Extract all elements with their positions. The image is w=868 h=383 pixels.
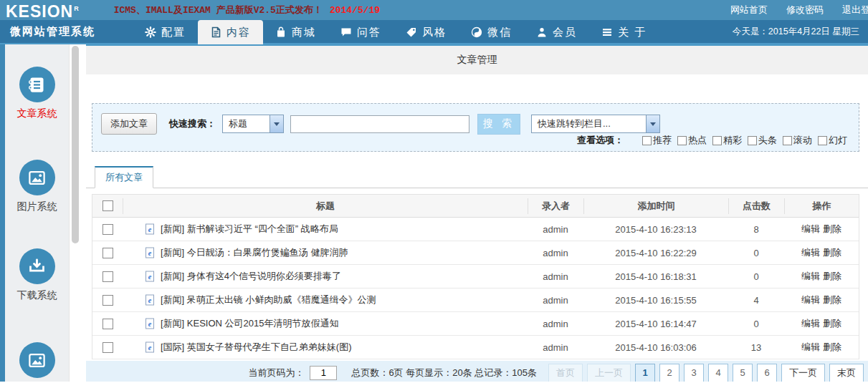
article-title-link[interactable]: [新闻] 身体有这4个信号说明你必须要排毒了 <box>161 270 341 283</box>
app-window: KESIONR ICMS、IMALL及IEXAM 产品新版V2.5正式发布！ 2… <box>0 0 868 383</box>
page-button-5[interactable]: 5 <box>733 364 753 382</box>
person-icon <box>536 26 548 38</box>
article-icon <box>19 67 55 102</box>
page-button-1[interactable]: 1 <box>635 364 655 382</box>
current-page-label: 当前页码为： <box>248 367 304 379</box>
scrollbar-thumb[interactable] <box>72 46 79 243</box>
option-scrolling[interactable]: 滚动 <box>783 134 812 147</box>
option-slideshow[interactable]: 幻灯 <box>818 134 847 147</box>
link-site-home[interactable]: 网站首页 <box>730 4 768 16</box>
edit-link[interactable]: 编辑 <box>801 341 820 352</box>
scrolling-checkbox[interactable] <box>783 136 792 145</box>
sidebar-item-articles[interactable]: 文章系统 <box>5 67 69 120</box>
nav-label: 内容 <box>226 26 251 39</box>
category-jump-value: 快速跳转到栏目... <box>532 115 646 132</box>
tab-bar: 所有文章 <box>86 166 868 188</box>
header-actions: 操作 <box>784 198 859 214</box>
nav-item-config[interactable]: 配置 <box>133 20 198 44</box>
page-button-6[interactable]: 6 <box>757 364 777 382</box>
row-checkbox[interactable] <box>102 295 113 306</box>
row-clicks: 4 <box>728 295 784 306</box>
option-headline[interactable]: 头条 <box>748 134 777 147</box>
category-jump-select[interactable]: 快速跳转到栏目... <box>531 115 660 133</box>
content-area: 文章管理 添加文章 快速搜索： 标题 搜 索 快速跳转到栏目... <box>86 44 868 382</box>
search-button[interactable]: 搜 索 <box>477 114 520 135</box>
view-options-label: 查看选项： <box>577 134 624 147</box>
sidebar-item-downloads[interactable]: 下载系统 <box>5 248 69 302</box>
delete-link[interactable]: 删除 <box>823 341 841 352</box>
link-change-password[interactable]: 修改密码 <box>786 4 824 16</box>
nav-label: 风格 <box>422 26 447 39</box>
nav-item-qa[interactable]: 问答 <box>328 20 394 44</box>
edit-link[interactable]: 编辑 <box>801 271 820 281</box>
delete-link[interactable]: 删除 <box>823 223 841 234</box>
delete-link[interactable]: 删除 <box>823 271 841 281</box>
sidebar-label: 文章系统 <box>5 107 69 120</box>
table-row: e[新闻] 今日靓汤：白果腐竹煲鳊鱼汤 健脾润肺 admin 2015-4-10… <box>92 241 859 265</box>
nav-item-about[interactable]: 关 于 <box>589 20 659 44</box>
page-button-4[interactable]: 4 <box>708 364 728 382</box>
quick-search-label: 快速搜索： <box>169 117 216 130</box>
nav-item-wechat[interactable]: 微信 <box>459 20 524 44</box>
article-page-icon: e <box>144 294 156 306</box>
edit-link[interactable]: 编辑 <box>801 294 820 305</box>
slideshow-checkbox[interactable] <box>818 136 827 145</box>
article-title-link[interactable]: [新闻] 呆萌正太出镜 小鲜肉助威《猎魔通缉令》公测 <box>161 294 376 306</box>
nav-label: 配置 <box>161 26 186 39</box>
option-hot[interactable]: 热点 <box>677 134 707 147</box>
delete-link[interactable]: 删除 <box>823 318 841 329</box>
page-number-input[interactable] <box>310 366 337 380</box>
page-title-bar: 文章管理 <box>86 46 868 74</box>
table-row: e[新闻] 新书解读习近平 “四个全面” 战略布局 admin 2015-4-1… <box>92 218 859 241</box>
edit-link[interactable]: 编辑 <box>801 247 820 258</box>
row-checkbox[interactable] <box>102 224 113 235</box>
kesion-logo: KESIONR <box>6 0 80 20</box>
sidebar-scrollbar[interactable] <box>69 44 86 382</box>
yinyang-icon <box>471 26 482 38</box>
edit-link[interactable]: 编辑 <box>801 318 820 329</box>
nav-item-content[interactable]: 内容 <box>198 20 263 44</box>
navbar: 微网站管理系统 配置 内容 商城 问答 风格 <box>0 20 868 44</box>
page-button-3[interactable]: 3 <box>684 364 704 382</box>
hot-checkbox[interactable] <box>677 136 687 145</box>
prev-page-button[interactable]: 上一页 <box>587 364 631 382</box>
nav-item-members[interactable]: 会员 <box>524 20 589 44</box>
search-field-select[interactable]: 标题 <box>222 115 284 133</box>
row-clicks: 0 <box>728 248 784 258</box>
last-page-button[interactable]: 末页 <box>829 364 864 382</box>
link-logout[interactable]: 退出登录 <box>842 4 868 16</box>
nav-item-style[interactable]: 风格 <box>394 20 459 44</box>
row-checkbox[interactable] <box>102 342 113 353</box>
tab-all-articles[interactable]: 所有文章 <box>95 166 153 188</box>
sidebar-item-media[interactable] <box>5 342 69 383</box>
delete-link[interactable]: 删除 <box>823 294 841 305</box>
option-recommended[interactable]: 推荐 <box>642 134 672 147</box>
row-checkbox[interactable] <box>102 248 113 258</box>
select-all-checkbox[interactable] <box>102 200 113 211</box>
page-button-2[interactable]: 2 <box>659 364 679 382</box>
recommended-checkbox[interactable] <box>642 136 652 145</box>
nav-label: 问答 <box>357 26 381 39</box>
article-title-link[interactable]: [新闻] 新书解读习近平 “四个全面” 战略布局 <box>161 223 338 236</box>
add-article-button[interactable]: 添加文章 <box>101 113 157 135</box>
option-featured[interactable]: 精彩 <box>712 134 742 147</box>
article-title-link[interactable]: [新闻] KESION 公司2015年清明节放假通知 <box>161 317 339 330</box>
pagination-bar: 当前页码为： 总页数：6页 每页显示：20条 总记录：105条 首页 上一页 1… <box>86 361 868 382</box>
svg-text:e: e <box>148 320 152 328</box>
image-icon <box>19 160 55 195</box>
delete-link[interactable]: 删除 <box>823 247 841 258</box>
row-checkbox[interactable] <box>102 319 113 329</box>
header-clicks: 点击数 <box>728 198 784 214</box>
first-page-button[interactable]: 首页 <box>548 364 583 382</box>
sidebar-item-images[interactable]: 图片系统 <box>5 160 69 213</box>
row-checkbox[interactable] <box>102 271 113 282</box>
article-title-link[interactable]: [新闻] 今日靓汤：白果腐竹煲鳊鱼汤 健脾润肺 <box>161 246 348 259</box>
featured-checkbox[interactable] <box>712 136 722 145</box>
search-panel: 添加文章 快速搜索： 标题 搜 索 快速跳转到栏目... 查看选项： 推荐 <box>92 103 859 152</box>
article-title-link[interactable]: [国际] 英国女子替母代孕生下自己弟弟妹妹(图) <box>161 341 352 354</box>
nav-item-mall[interactable]: 商城 <box>263 20 328 44</box>
next-page-button[interactable]: 下一页 <box>781 364 825 382</box>
edit-link[interactable]: 编辑 <box>801 223 820 234</box>
headline-checkbox[interactable] <box>748 136 757 145</box>
search-input[interactable] <box>290 115 469 133</box>
